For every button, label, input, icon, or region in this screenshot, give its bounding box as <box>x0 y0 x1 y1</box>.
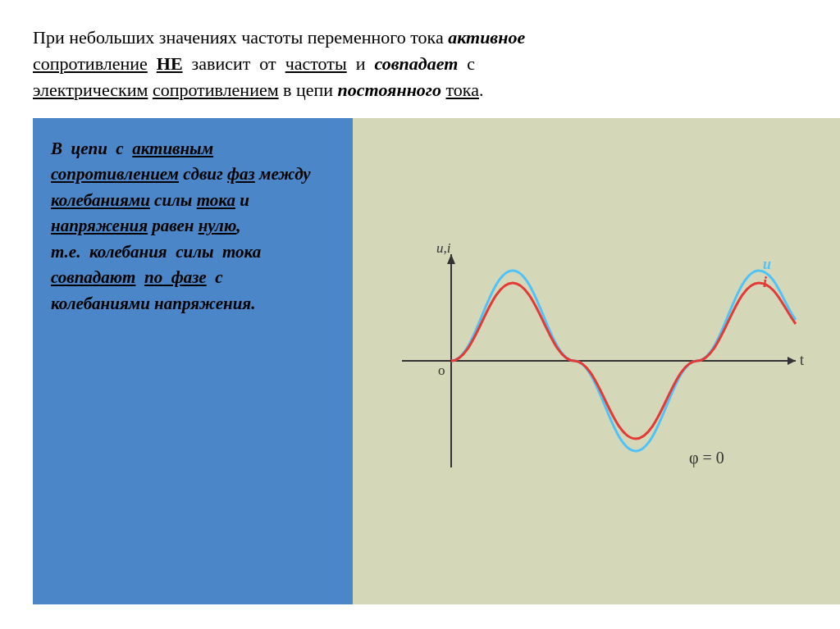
origin-label: o <box>438 362 445 378</box>
top-paragraph: При небольших значениях частоты переменн… <box>33 25 807 103</box>
y-axis-label: u,i <box>436 240 451 256</box>
italic-coincides: совпадает <box>375 53 459 74</box>
bold-not: НЕ <box>157 53 183 74</box>
label-i: i <box>763 274 767 290</box>
underline-frequency: частоты <box>285 53 347 74</box>
right-panel: t u,i o u i φ = 0 <box>353 118 840 604</box>
underline-current: тока <box>446 80 479 100</box>
underline-by-phase: по фазе <box>144 267 207 287</box>
bottom-section: В цепи с активнымсопротивлением сдвиг фа… <box>33 118 807 604</box>
underline-resistance: сопротивление <box>33 53 148 74</box>
formula-label: φ = 0 <box>689 449 724 467</box>
italic-constant: постоянного <box>338 80 441 100</box>
label-u: u <box>763 256 771 272</box>
underline-active-resistance: активнымсопротивлением <box>51 139 213 185</box>
left-panel: В цепи с активнымсопротивлением сдвиг фа… <box>33 118 353 604</box>
underline-zero: нулю <box>199 216 237 235</box>
page: При небольших значениях частоты переменн… <box>0 0 840 629</box>
chart-container: t u,i o u i φ = 0 <box>369 130 829 592</box>
underline-electrical: электрическим <box>33 80 148 100</box>
x-axis-label: t <box>800 352 804 368</box>
left-text: В цепи с активнымсопротивлением сдвиг фа… <box>51 136 311 317</box>
italic-bold-text: активное <box>448 27 525 48</box>
underline-phases: фаз <box>227 164 255 184</box>
underline-coincide: совпадают <box>51 267 135 287</box>
underline-resistance2: сопротивлением <box>153 80 279 100</box>
wave-chart: t u,i o u i φ = 0 <box>369 238 829 484</box>
svg-marker-2 <box>788 357 796 365</box>
underline-oscillations: колебаниями <box>51 190 150 210</box>
underline-current2: тока <box>197 190 235 210</box>
underline-voltage: напряжения <box>51 216 148 235</box>
